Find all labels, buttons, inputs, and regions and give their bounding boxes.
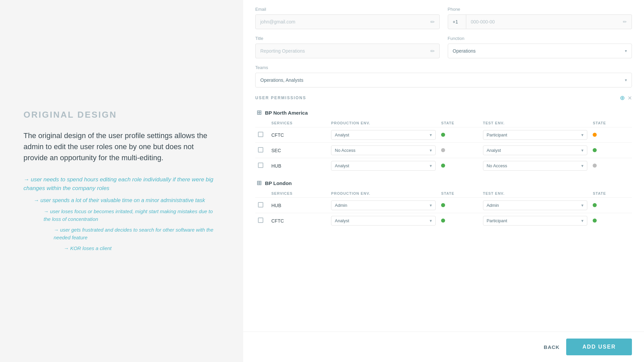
company-block-bp-north-america: ⊞ BP North America SERVICES PRODUCTION E… [255,106,632,173]
service-name: HUB [271,203,281,208]
main-description: The original design of the user profile … [23,130,220,163]
prod-role-chevron-icon: ▾ [430,163,432,168]
phone-number-value: 000-000-00 [471,19,495,24]
company-header: ⊞ BP London [255,177,632,189]
test-role-chevron-icon: ▾ [581,163,584,168]
prod-role-select[interactable]: No Access ▾ [331,145,436,155]
col-test-env-header: TEST ENV. [480,119,590,127]
prod-role-select[interactable]: Analyst ▾ [331,161,436,171]
bullet-level-1: → user needs to spend hours editing each… [23,175,220,192]
title-value: Reporting Operations [260,48,305,54]
phone-number-input[interactable]: 000-000-00 ✏ [466,14,632,29]
add-user-button[interactable]: ADD USER [566,339,632,355]
test-role-select[interactable]: No Access ▾ [483,161,588,171]
prod-state-dot [441,219,445,223]
email-group: Email john@gmail.com ✏ [255,7,440,29]
test-role-chevron-icon: ▾ [581,132,584,137]
teams-group: Teams Operations, Analysts ▾ [255,65,632,87]
prod-role-select[interactable]: Analyst ▾ [331,130,436,140]
prod-state-dot [441,203,445,207]
email-value: john@gmail.com [260,19,295,24]
col-state1-header: STATE [438,119,480,127]
test-role-value: No Access [487,163,507,168]
function-select[interactable]: Operations ▾ [448,44,632,58]
company-name: BP London [265,180,292,186]
email-phone-row: Email john@gmail.com ✏ Phone +1 000-000-… [255,7,632,29]
bullet-level-4: → user gets frustrated and decides to se… [23,226,220,241]
teams-label: Teams [255,65,632,70]
service-checkbox[interactable] [258,147,263,153]
col-checkbox [255,119,269,127]
test-role-chevron-icon: ▾ [581,148,584,153]
service-checkbox[interactable] [258,163,263,168]
function-group: Function Operations ▾ [448,36,632,58]
service-row: CFTC Analyst ▾ Participant [255,127,632,143]
title-label: Title [255,36,440,41]
test-state-dot [593,148,597,152]
teams-row: Teams Operations, Analysts ▾ [255,65,632,87]
service-name: HUB [271,163,281,169]
test-role-select[interactable]: Participant ▾ [483,216,588,226]
col-state1-header: STATE [438,189,480,198]
test-role-select[interactable]: Participant ▾ [483,130,588,140]
title-input[interactable]: Reporting Operations ✏ [255,44,440,58]
col-prod-env-header: PRODUCTION ENV. [328,189,438,198]
email-edit-icon[interactable]: ✏ [430,19,435,25]
phone-edit-icon[interactable]: ✏ [623,19,627,24]
prod-role-value: No Access [335,148,355,153]
test-role-value: Admin [487,203,499,208]
service-name: SEC [271,148,281,153]
test-state-dot [593,164,597,168]
prod-role-value: Analyst [335,163,349,168]
add-permission-button[interactable]: ⊕ [620,94,625,102]
prod-state-dot [441,148,445,152]
test-role-select[interactable]: Admin ▾ [483,200,588,210]
col-test-env-header: TEST ENV. [480,189,590,198]
title-function-row: Title Reporting Operations ✏ Function Op… [255,36,632,58]
original-design-title: ORIGINAL DESIGN [23,110,220,120]
teams-value: Operations, Analysts [260,77,303,83]
test-role-select[interactable]: Analyst ▾ [483,145,588,155]
form-section: Email john@gmail.com ✏ Phone +1 000-000-… [243,0,644,331]
company-icon: ⊞ [257,109,262,116]
services-table: SERVICES PRODUCTION ENV. STATE TEST ENV.… [255,119,632,173]
service-checkbox[interactable] [258,132,263,137]
permissions-header: USER PERMISSIONS ⊕ ✕ [255,94,632,102]
left-panel: ORIGINAL DESIGN The original design of t… [0,0,243,362]
service-row: HUB Admin ▾ Admin [255,198,632,213]
phone-code[interactable]: +1 [448,14,466,29]
prod-role-select[interactable]: Admin ▾ [331,200,436,210]
companies-container: ⊞ BP North America SERVICES PRODUCTION E… [255,106,632,228]
prod-role-chevron-icon: ▾ [430,148,432,153]
close-permission-button[interactable]: ✕ [628,95,632,101]
email-label: Email [255,7,440,12]
col-services-header: SERVICES [269,119,328,127]
test-role-value: Analyst [487,148,501,153]
company-header: ⊞ BP North America [255,106,632,119]
company-name: BP North America [265,110,308,116]
teams-select[interactable]: Operations, Analysts ▾ [255,73,632,87]
service-checkbox[interactable] [258,202,263,207]
test-role-chevron-icon: ▾ [581,203,584,208]
bullet-list: → user needs to spend hours editing each… [23,175,220,252]
permissions-section: USER PERMISSIONS ⊕ ✕ ⊞ BP North America … [255,94,632,228]
permissions-title: USER PERMISSIONS [255,96,306,100]
title-group: Title Reporting Operations ✏ [255,36,440,58]
back-button[interactable]: BACK [544,344,559,350]
prod-role-select[interactable]: Analyst ▾ [331,216,436,226]
prod-role-chevron-icon: ▾ [430,132,432,137]
bullet-level-3: → user loses focus or becomes irritated,… [23,208,220,223]
right-panel: Email john@gmail.com ✏ Phone +1 000-000-… [243,0,644,362]
service-checkbox[interactable] [258,218,263,223]
function-label: Function [448,36,632,41]
prod-role-chevron-icon: ▾ [430,218,432,223]
service-row: SEC No Access ▾ Analyst [255,143,632,158]
prod-state-dot [441,164,445,168]
email-input[interactable]: john@gmail.com ✏ [255,14,440,29]
col-checkbox [255,189,269,198]
test-state-dot [593,133,597,137]
teams-chevron-icon: ▾ [625,78,627,82]
title-edit-icon[interactable]: ✏ [430,48,435,54]
col-state2-header: STATE [590,119,632,127]
permissions-actions: ⊕ ✕ [620,94,632,102]
